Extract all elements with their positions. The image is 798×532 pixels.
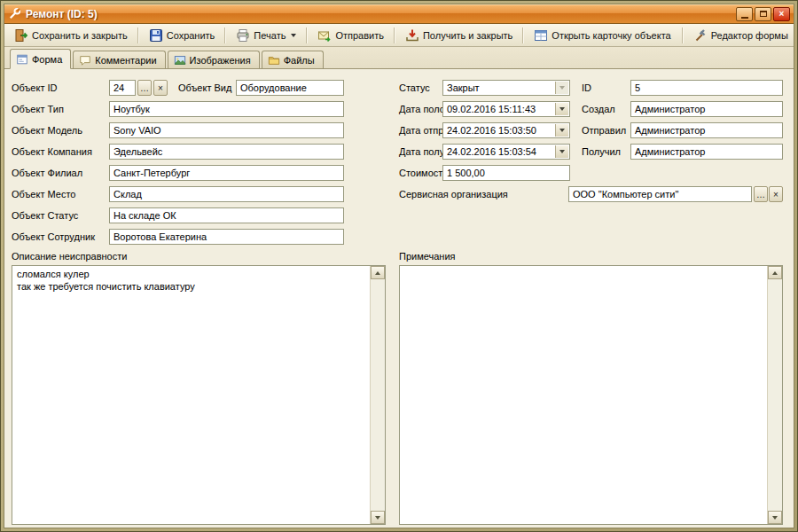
service-org-lookup-button[interactable]: … xyxy=(754,186,768,202)
form-editor-icon xyxy=(693,28,708,43)
status-label: Статус xyxy=(399,80,430,96)
date-broken-dropdown-icon[interactable] xyxy=(555,103,568,115)
save-button[interactable]: Сохранить xyxy=(143,26,222,45)
app-icon xyxy=(8,7,21,20)
status-dropdown-icon[interactable] xyxy=(555,82,568,94)
scroll-up-icon[interactable] xyxy=(371,266,385,279)
minimize-button[interactable] xyxy=(736,7,753,21)
comments-icon xyxy=(79,54,91,66)
object-place-field[interactable]: Склад xyxy=(109,186,344,202)
print-menu-arrow-icon xyxy=(291,34,296,37)
open-object-card-button[interactable]: Открыть карточку объекта xyxy=(528,26,677,45)
object-company-field[interactable]: Эдельвейс xyxy=(109,144,344,160)
tabbar: Форма Комментарии Изображения Файлы xyxy=(4,47,794,69)
object-status-label: Объект Статус xyxy=(12,207,78,223)
tab-files-label: Файлы xyxy=(284,55,315,66)
toolbar-separator xyxy=(224,27,226,43)
description-scrollbar[interactable] xyxy=(370,266,385,524)
toolbar-separator xyxy=(137,27,139,43)
object-id-label: Объект ID xyxy=(12,80,58,96)
object-employee-label: Объект Сотрудник xyxy=(12,229,95,245)
tab-files[interactable]: Файлы xyxy=(262,51,324,68)
created-by-field[interactable]: Администратор xyxy=(630,101,783,117)
object-employee-field[interactable]: Воротова Екатерина xyxy=(109,229,344,245)
date-broken-value: 09.02.2016 15:11:43 xyxy=(447,104,536,114)
date-received-dropdown-icon[interactable] xyxy=(555,145,568,158)
scroll-down-icon[interactable] xyxy=(768,511,782,524)
service-org-clear-button[interactable]: × xyxy=(769,186,783,202)
object-status-field[interactable]: На складе ОК xyxy=(109,207,344,223)
description-textarea[interactable]: сломался кулер так же требуется почистит… xyxy=(12,266,370,524)
send-icon xyxy=(317,28,332,43)
description-label: Описание неисправности xyxy=(12,248,127,264)
object-card-icon xyxy=(534,28,548,43)
save-icon xyxy=(149,28,163,43)
form-editor-label: Редактор формы xyxy=(711,30,788,41)
sent-by-label: Отправил xyxy=(582,122,626,138)
date-sent-dropdown-icon[interactable] xyxy=(555,124,568,137)
cost-label: Стоимость xyxy=(399,165,448,181)
titlebar[interactable]: Ремонт (ID: 5) × xyxy=(4,4,794,24)
object-id-field[interactable]: 24 xyxy=(109,80,136,96)
sent-by-field[interactable]: Администратор xyxy=(630,122,783,138)
tab-images[interactable]: Изображения xyxy=(168,51,260,68)
print-label: Печать xyxy=(254,30,286,41)
tab-comments-label: Комментарии xyxy=(95,55,156,66)
send-button[interactable]: Отправить xyxy=(311,26,390,45)
received-by-field[interactable]: Администратор xyxy=(630,144,783,160)
tab-form[interactable]: Форма xyxy=(10,49,71,69)
toolbar-separator xyxy=(306,27,308,43)
notes-textarea[interactable] xyxy=(400,266,767,524)
save-close-icon xyxy=(14,28,28,43)
open-object-card-label: Открыть карточку объекта xyxy=(552,30,670,41)
notes-label: Примечания xyxy=(399,248,456,264)
object-model-label: Объект Модель xyxy=(12,122,82,138)
window-controls: × xyxy=(736,7,790,21)
date-received-field[interactable]: 24.02.2016 15:03:54 xyxy=(442,144,570,160)
scroll-down-icon[interactable] xyxy=(371,511,385,524)
close-button[interactable]: × xyxy=(773,7,790,21)
object-model-field[interactable]: Sony VAIO xyxy=(109,122,344,138)
app-window: Ремонт (ID: 5) × Сохранить и закрыть Сох… xyxy=(0,0,798,532)
scroll-up-icon[interactable] xyxy=(768,266,782,279)
notes-scrollbar[interactable] xyxy=(767,266,782,524)
print-button[interactable]: Печать xyxy=(230,26,302,45)
minimize-icon xyxy=(741,17,748,19)
send-label: Отправить xyxy=(335,30,384,41)
images-icon xyxy=(174,54,186,66)
service-org-label: Сервисная организация xyxy=(399,186,508,202)
service-org-field[interactable]: ООО "Компьютер сити" xyxy=(568,186,752,202)
toolbar-separator xyxy=(682,27,684,43)
object-type-field[interactable]: Ноутбук xyxy=(109,101,344,117)
object-type-label: Объект Тип xyxy=(12,101,64,117)
save-label: Сохранить xyxy=(167,30,215,41)
record-id-label: ID xyxy=(582,80,591,96)
object-branch-field[interactable]: Санкт-Петербург xyxy=(109,165,344,181)
form-editor-button[interactable]: Редактор формы xyxy=(687,26,794,45)
maximize-button[interactable] xyxy=(755,7,771,21)
object-kind-field[interactable]: Оборудование xyxy=(236,80,344,96)
record-id-field[interactable]: 5 xyxy=(630,80,783,96)
window-title: Ремонт (ID: 5) xyxy=(26,8,732,20)
tab-comments[interactable]: Комментарии xyxy=(73,51,165,68)
object-id-lookup-button[interactable]: … xyxy=(137,80,152,96)
status-value: Закрыт xyxy=(447,82,480,93)
window-frame: Ремонт (ID: 5) × Сохранить и закрыть Сох… xyxy=(4,4,794,528)
receive-close-button[interactable]: Получить и закрыть xyxy=(399,26,519,45)
tab-images-label: Изображения xyxy=(190,55,251,66)
form-icon xyxy=(16,53,28,66)
received-by-label: Получил xyxy=(582,144,621,160)
date-broken-field[interactable]: 09.02.2016 15:11:43 xyxy=(442,101,570,117)
save-close-button[interactable]: Сохранить и закрыть xyxy=(8,26,134,45)
date-sent-value: 24.02.2016 15:03:50 xyxy=(447,125,536,136)
object-place-label: Объект Место xyxy=(12,186,75,202)
cost-field[interactable]: 1 500,00 xyxy=(442,165,570,181)
object-branch-label: Объект Филиал xyxy=(12,165,82,181)
date-sent-field[interactable]: 24.02.2016 15:03:50 xyxy=(442,122,570,138)
object-id-clear-button[interactable]: × xyxy=(153,80,168,96)
tab-form-label: Форма xyxy=(32,54,62,65)
save-close-label: Сохранить и закрыть xyxy=(32,30,128,41)
print-icon xyxy=(236,28,250,43)
status-field[interactable]: Закрыт xyxy=(442,80,570,96)
maximize-icon xyxy=(760,11,767,17)
